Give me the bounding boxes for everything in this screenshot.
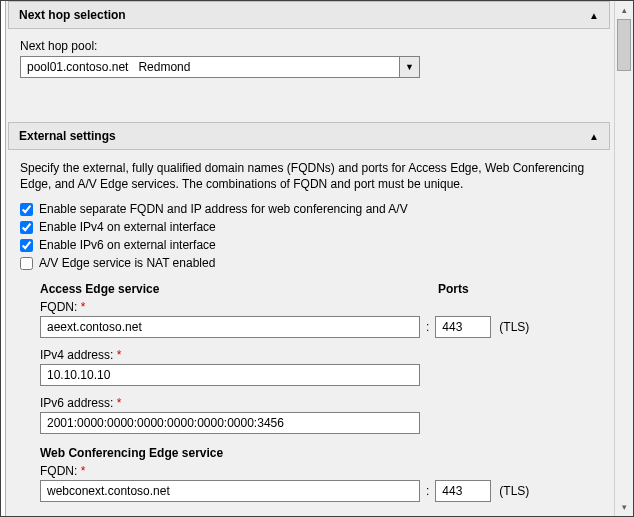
webconf-edge-fqdn-input[interactable]	[40, 480, 420, 502]
access-edge-title: Access Edge service	[40, 282, 438, 296]
next-hop-pool-input[interactable]	[20, 56, 400, 78]
checkbox-label-separate-fqdn: Enable separate FQDN and IP address for …	[39, 202, 408, 216]
checkbox-label-nat-enabled: A/V Edge service is NAT enabled	[39, 256, 215, 270]
section-title-external: External settings	[19, 129, 116, 143]
checkbox-row-ipv6-ext: Enable IPv6 on external interface	[20, 238, 598, 252]
webconf-edge-protocol: (TLS)	[499, 484, 529, 498]
next-hop-pool-combo[interactable]: ▼	[20, 56, 420, 78]
next-hop-pool-label: Next hop pool:	[20, 39, 598, 53]
webconf-edge-fqdn-label: FQDN: *	[40, 464, 598, 478]
access-edge-ipv4-input[interactable]	[40, 364, 420, 386]
access-edge-port-input[interactable]	[435, 316, 491, 338]
scroll-down-button[interactable]: ▾	[615, 498, 633, 516]
webconf-edge-port-input[interactable]	[435, 480, 491, 502]
collapse-icon: ▲	[589, 10, 599, 21]
next-hop-pool-dropdown-button[interactable]: ▼	[400, 56, 420, 78]
access-edge-ipv4-label: IPv4 address: *	[40, 348, 598, 362]
required-marker: *	[117, 396, 122, 410]
access-edge-ipv6-label: IPv6 address: *	[40, 396, 598, 410]
checkbox-row-nat-enabled: A/V Edge service is NAT enabled	[20, 256, 598, 270]
checkbox-label-ipv6-ext: Enable IPv6 on external interface	[39, 238, 216, 252]
scroll-track[interactable]	[615, 19, 633, 498]
access-edge-ipv6-input[interactable]	[40, 412, 420, 434]
scroll-thumb[interactable]	[617, 19, 631, 71]
webconf-edge-block: Web Conferencing Edge service FQDN: * : …	[40, 446, 598, 502]
section-title-next-hop: Next hop selection	[19, 8, 126, 22]
ports-header: Ports	[438, 282, 598, 296]
content-area: Next hop selection ▲ Next hop pool: ▼ Ex…	[6, 1, 614, 516]
access-edge-fqdn-input[interactable]	[40, 316, 420, 338]
colon-separator: :	[426, 484, 429, 498]
checkbox-row-separate-fqdn: Enable separate FQDN and IP address for …	[20, 202, 598, 216]
access-edge-protocol: (TLS)	[499, 320, 529, 334]
checkbox-nat-enabled[interactable]	[20, 257, 33, 270]
section-body-external: Specify the external, fully qualified do…	[8, 150, 610, 516]
chevron-down-icon: ▼	[405, 62, 414, 72]
scroll-up-button[interactable]: ▴	[615, 1, 633, 19]
checkbox-ipv6-ext[interactable]	[20, 239, 33, 252]
checkbox-row-ipv4-ext: Enable IPv4 on external interface	[20, 220, 598, 234]
vertical-scrollbar[interactable]: ▴ ▾	[614, 1, 633, 516]
checkbox-ipv4-ext[interactable]	[20, 221, 33, 234]
checkbox-separate-fqdn[interactable]	[20, 203, 33, 216]
access-edge-fqdn-label: FQDN: *	[40, 300, 598, 314]
required-marker: *	[81, 300, 86, 314]
section-header-next-hop[interactable]: Next hop selection ▲	[8, 1, 610, 29]
external-description: Specify the external, fully qualified do…	[20, 160, 598, 192]
section-body-next-hop: Next hop pool: ▼	[8, 29, 610, 92]
checkbox-label-ipv4-ext: Enable IPv4 on external interface	[39, 220, 216, 234]
required-marker: *	[81, 464, 86, 478]
access-edge-block: Access Edge service Ports FQDN: * : (TLS…	[40, 282, 598, 434]
section-header-external[interactable]: External settings ▲	[8, 122, 610, 150]
edge-settings-dialog: Next hop selection ▲ Next hop pool: ▼ Ex…	[0, 0, 634, 517]
colon-separator: :	[426, 320, 429, 334]
required-marker: *	[117, 348, 122, 362]
collapse-icon: ▲	[589, 131, 599, 142]
webconf-edge-title: Web Conferencing Edge service	[40, 446, 598, 460]
